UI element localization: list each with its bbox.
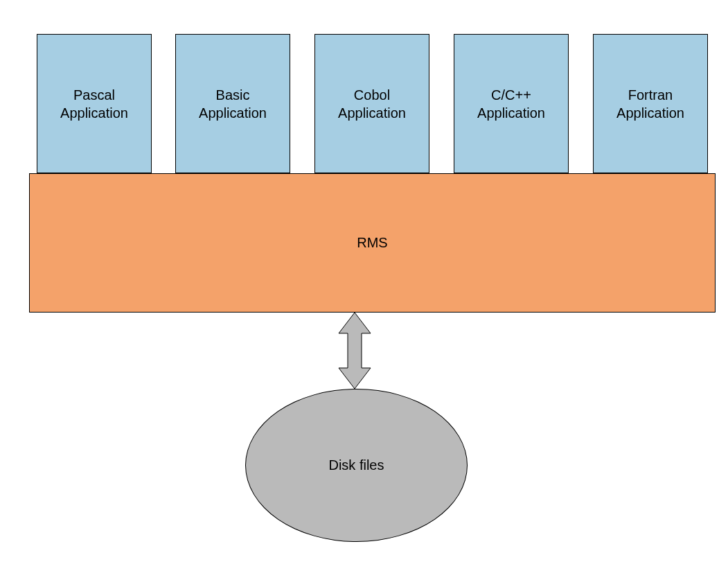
app-box-cpp: C/C++ Application [454,34,569,173]
app-box-line1: Cobol [354,86,390,104]
disk-files-label: Disk files [328,457,384,473]
app-box-line1: Basic [216,86,250,104]
rms-box: RMS [29,173,716,313]
app-box-line2: Application [338,104,406,122]
app-box-line2: Application [616,104,684,122]
app-box-line1: Fortran [628,86,673,104]
app-box-fortran: Fortran Application [593,34,708,173]
app-box-cobol: Cobol Application [314,34,429,173]
app-box-basic: Basic Application [175,34,290,173]
double-arrow-icon [337,313,372,389]
app-box-pascal: Pascal Application [37,34,152,173]
app-box-line1: Pascal [73,86,115,104]
app-box-line1: C/C++ [491,86,531,104]
rms-label: RMS [357,235,387,251]
svg-marker-0 [339,313,371,389]
app-box-line2: Application [60,104,128,122]
app-box-line2: Application [477,104,545,122]
disk-files-ellipse: Disk files [245,389,468,542]
app-box-line2: Application [199,104,267,122]
